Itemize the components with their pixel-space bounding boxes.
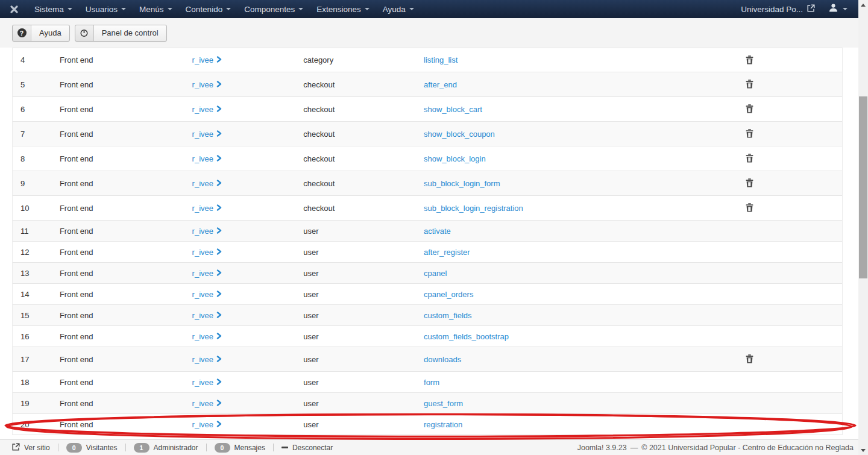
template-link[interactable]: r_ivee xyxy=(192,130,222,139)
status-visitantes[interactable]: 0Visitantes xyxy=(66,443,118,453)
delete-button[interactable] xyxy=(744,353,755,365)
override-file-link[interactable]: custom_fields_bootstrap xyxy=(424,332,509,341)
table-row: 19 Front end r_ivee user guest_form xyxy=(13,393,842,414)
row-type: user xyxy=(303,332,424,341)
menu-item-label: Contenido xyxy=(186,5,223,14)
override-file-link[interactable]: downloads xyxy=(424,355,461,364)
site-name-link[interactable]: Universidad Po... xyxy=(741,4,815,14)
menu-item-componentes[interactable]: Componentes xyxy=(237,0,310,18)
row-id: 13 xyxy=(13,269,60,278)
override-file-link[interactable]: cpanel_orders xyxy=(424,290,473,299)
menu-item-label: Usuarios xyxy=(86,5,118,14)
template-link[interactable]: r_ivee xyxy=(192,399,222,408)
delete-button[interactable] xyxy=(744,78,755,90)
template-name: r_ivee xyxy=(192,399,213,408)
template-name: r_ivee xyxy=(192,420,213,429)
override-file-link[interactable]: form xyxy=(424,378,439,387)
template-link[interactable]: r_ivee xyxy=(192,378,222,387)
override-file-link[interactable]: after_end xyxy=(424,80,457,89)
vertical-scrollbar[interactable] xyxy=(858,0,868,455)
override-file-link[interactable]: sub_block_login_registration xyxy=(424,204,523,213)
menu-item-extensiones[interactable]: Extensiones xyxy=(310,0,376,18)
chevron-down-icon xyxy=(168,8,172,10)
table-row: 16 Front end r_ivee user custom_fields_b… xyxy=(13,326,842,347)
template-link[interactable]: r_ivee xyxy=(192,420,222,429)
template-name: r_ivee xyxy=(192,105,213,114)
menu-item-label: Extensiones xyxy=(316,5,361,14)
chevron-down-icon xyxy=(298,8,303,10)
template-link[interactable]: r_ivee xyxy=(192,248,222,257)
delete-button[interactable] xyxy=(744,177,755,189)
template-link[interactable]: r_ivee xyxy=(192,311,222,320)
help-button[interactable]: ? Ayuda xyxy=(12,25,70,42)
scroll-down-arrow-icon[interactable] xyxy=(858,445,868,455)
row-type: user xyxy=(303,399,424,408)
menu-item-usuarios[interactable]: Usuarios xyxy=(79,0,133,18)
override-file-link[interactable]: listing_list xyxy=(424,55,458,64)
row-location: Front end xyxy=(60,355,192,364)
row-id: 6 xyxy=(13,105,60,114)
template-link[interactable]: r_ivee xyxy=(192,55,222,64)
template-link[interactable]: r_ivee xyxy=(192,227,222,236)
override-file-link[interactable]: cpanel xyxy=(424,269,447,278)
override-file-link[interactable]: show_block_login xyxy=(424,154,486,163)
divider xyxy=(206,444,207,451)
chevron-right-icon xyxy=(216,248,222,257)
row-location: Front end xyxy=(60,290,192,299)
template-link[interactable]: r_ivee xyxy=(192,154,222,163)
template-name: r_ivee xyxy=(192,355,213,364)
table-row: 5 Front end r_ivee checkout after_end xyxy=(13,72,842,97)
override-file-link[interactable]: sub_block_login_form xyxy=(424,179,500,188)
control-panel-button[interactable]: Panel de control xyxy=(75,25,167,42)
delete-button[interactable] xyxy=(744,128,755,139)
template-link[interactable]: r_ivee xyxy=(192,290,222,299)
user-menu[interactable] xyxy=(828,3,848,15)
override-file-link[interactable]: show_block_cart xyxy=(424,105,482,114)
scroll-up-arrow-icon[interactable] xyxy=(858,0,868,10)
delete-button[interactable] xyxy=(744,54,755,66)
row-location: Front end xyxy=(60,55,192,64)
divider xyxy=(125,444,126,451)
status-bar-left: Ver sitio 0Visitantes1Administrador0Mens… xyxy=(12,443,333,453)
override-file-link[interactable]: after_register xyxy=(424,248,470,257)
table-row: 20 Front end r_ivee user registration xyxy=(13,414,842,435)
override-file-link[interactable]: guest_form xyxy=(424,399,463,408)
template-link[interactable]: r_ivee xyxy=(192,204,222,213)
trash-icon xyxy=(746,106,753,115)
menu-item-contenido[interactable]: Contenido xyxy=(179,0,238,18)
menu-item-ayuda[interactable]: Ayuda xyxy=(376,0,421,18)
template-name: r_ivee xyxy=(192,179,213,188)
scrollbar-thumb[interactable] xyxy=(859,96,867,278)
row-type: user xyxy=(303,269,424,278)
template-name: r_ivee xyxy=(192,154,213,163)
template-link[interactable]: r_ivee xyxy=(192,179,222,188)
template-link[interactable]: r_ivee xyxy=(192,105,222,114)
delete-button[interactable] xyxy=(744,103,755,115)
count-badge: 0 xyxy=(66,443,82,453)
delete-button[interactable] xyxy=(744,152,755,164)
status-mensajes[interactable]: 0Mensajes xyxy=(215,443,265,453)
chevron-right-icon xyxy=(216,154,222,163)
row-location: Front end xyxy=(60,204,192,213)
row-type: checkout xyxy=(303,130,424,139)
chevron-right-icon xyxy=(216,204,222,213)
override-file-link[interactable]: show_block_coupon xyxy=(424,130,495,139)
menu-item-sistema[interactable]: Sistema xyxy=(28,0,79,18)
chevron-right-icon xyxy=(216,105,222,114)
chevron-right-icon xyxy=(216,420,222,429)
override-file-link[interactable]: registration xyxy=(424,420,462,429)
menu-item-menus[interactable]: Menús xyxy=(133,0,179,18)
view-site-link[interactable]: Ver sitio xyxy=(12,443,50,453)
override-file-link[interactable]: custom_fields xyxy=(424,311,471,320)
table-row: 18 Front end r_ivee user form xyxy=(13,372,842,393)
template-link[interactable]: r_ivee xyxy=(192,80,222,89)
chevron-right-icon xyxy=(216,55,222,64)
template-link[interactable]: r_ivee xyxy=(192,269,222,278)
template-link[interactable]: r_ivee xyxy=(192,355,222,364)
template-link[interactable]: r_ivee xyxy=(192,332,222,341)
delete-button[interactable] xyxy=(744,202,755,213)
override-file-link[interactable]: activate xyxy=(424,227,451,236)
logout-link[interactable]: Desconectar xyxy=(281,444,333,452)
row-type: user xyxy=(303,227,424,236)
status-administrador[interactable]: 1Administrador xyxy=(134,443,198,453)
